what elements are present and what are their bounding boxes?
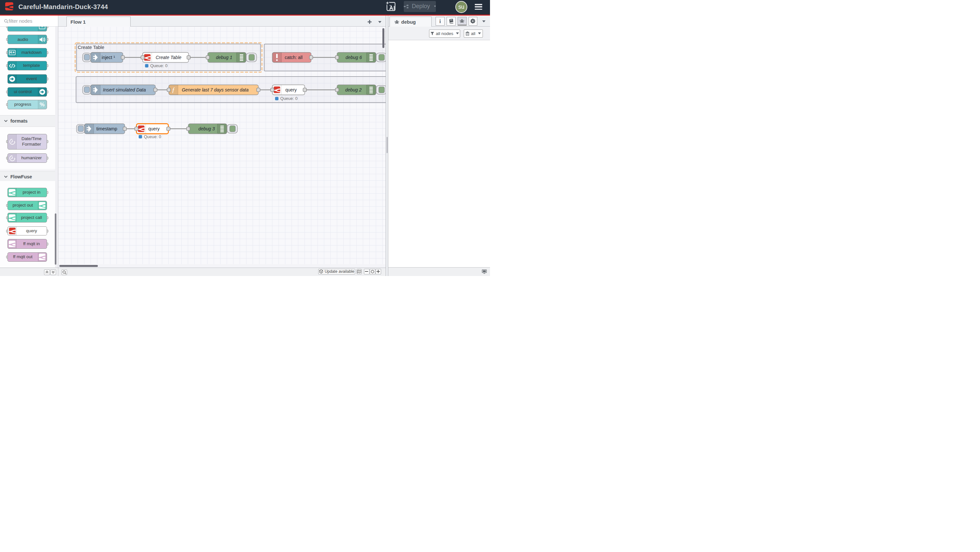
svg-text:inject ¹: inject ¹: [102, 54, 115, 60]
svg-text:Create Table: Create Table: [78, 45, 104, 50]
svg-text:Generate last 7 days sensor da: Generate last 7 days sensor data: [182, 87, 248, 92]
svg-text:Queue: 0: Queue: 0: [150, 63, 167, 68]
svg-text:debug 2: debug 2: [345, 87, 362, 92]
svg-text:debug 1: debug 1: [216, 54, 232, 60]
svg-text:debug 3: debug 3: [198, 126, 215, 131]
svg-text:ƒ: ƒ: [172, 86, 175, 93]
svg-text:query: query: [148, 126, 160, 131]
svg-text:timestamp: timestamp: [96, 126, 117, 131]
svg-text:query: query: [285, 87, 297, 92]
svg-text:i: i: [439, 19, 441, 24]
svg-text:Queue: 0: Queue: 0: [144, 134, 161, 139]
svg-text:Insert simulated Data: Insert simulated Data: [103, 87, 146, 92]
svg-text:Queue: 0: Queue: 0: [280, 96, 298, 101]
svg-text:Create Table: Create Table: [156, 54, 181, 60]
svg-text:catch: all: catch: all: [285, 54, 302, 60]
svg-text:debug 6: debug 6: [345, 54, 362, 60]
